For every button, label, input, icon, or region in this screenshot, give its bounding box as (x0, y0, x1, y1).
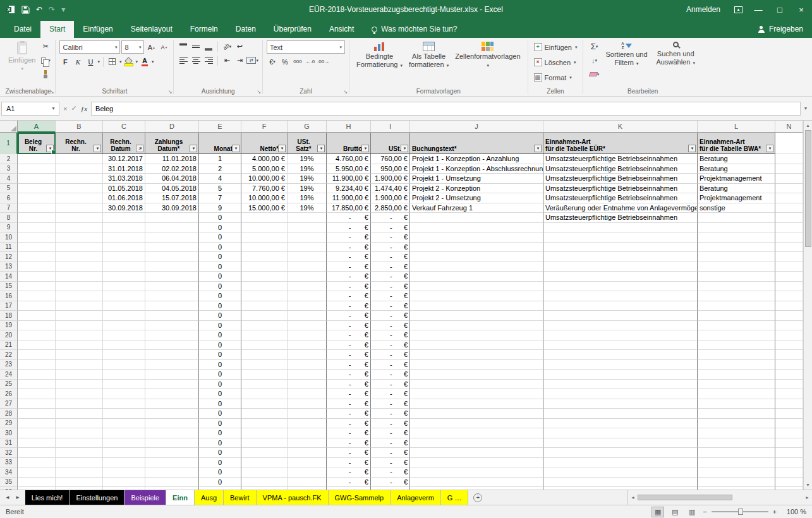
column-header-D[interactable]: D (145, 121, 199, 133)
cell-A29[interactable] (18, 419, 56, 429)
cell-J35[interactable] (410, 478, 543, 488)
cell-C15[interactable] (103, 282, 145, 292)
cell-G21[interactable] (288, 340, 327, 351)
cell-L2[interactable]: Beratung (698, 154, 775, 164)
column-header-A[interactable]: A (18, 121, 56, 133)
cell-F15[interactable] (241, 282, 288, 292)
cell-G12[interactable] (288, 252, 327, 262)
cell-H9[interactable]: - € (327, 223, 371, 233)
cell-D29[interactable] (145, 419, 199, 429)
cell-D18[interactable] (145, 311, 199, 321)
cell-G29[interactable] (288, 419, 327, 429)
cell-K1[interactable]: Einnahmen-Artfür die Tabelle EÜR*▾ (543, 133, 698, 154)
cell-L27[interactable] (698, 399, 775, 409)
cell-C6[interactable]: 01.06.2018 (103, 193, 145, 203)
cell-A25[interactable] (18, 380, 56, 390)
cell-K35[interactable] (543, 478, 698, 488)
vertical-scrollbar-thumb[interactable] (805, 130, 811, 247)
zoom-in-icon[interactable]: + (773, 508, 777, 515)
close-button[interactable]: × (791, 0, 812, 19)
cell-A1[interactable]: BelegNr.▾ (18, 133, 56, 154)
filter-button-J[interactable]: ▾ (534, 145, 542, 152)
cell-E26[interactable]: 0 (199, 389, 241, 399)
cell-E24[interactable]: 0 (199, 370, 241, 380)
column-header-C[interactable]: C (103, 121, 145, 133)
cell-I16[interactable]: - € (371, 291, 410, 301)
cell-A9[interactable] (18, 223, 56, 233)
cell-E16[interactable]: 0 (199, 291, 241, 301)
row-header-29[interactable]: 29 (0, 419, 18, 429)
cell-K3[interactable]: Umsatzsteuerpflichtige Betriebseinnahmen (543, 164, 698, 174)
cell-K13[interactable] (543, 262, 698, 272)
cell-L13[interactable] (698, 262, 775, 272)
cell-C24[interactable] (103, 370, 145, 380)
cell-L34[interactable] (698, 467, 775, 478)
cell-G8[interactable] (288, 213, 327, 223)
cell-G6[interactable]: 19% (288, 193, 327, 203)
cell-L4[interactable]: Projektmanagement (698, 174, 775, 184)
cell-N25[interactable] (775, 380, 803, 390)
cell-F4[interactable]: 10.000,00 € (241, 174, 288, 184)
cell-B21[interactable] (56, 340, 103, 351)
cell-G26[interactable] (288, 389, 327, 399)
column-header-B[interactable]: B (56, 121, 103, 133)
cell-I20[interactable]: - € (371, 330, 410, 340)
cell-B34[interactable] (56, 467, 103, 478)
alignment-dialog-launcher-icon[interactable]: ↘ (257, 89, 261, 95)
column-header-N[interactable]: N (775, 121, 803, 133)
cell-J2[interactable]: Projekt 1 - Konzeption - Anzahlung (410, 154, 543, 164)
cell-K28[interactable] (543, 409, 698, 419)
cell-C21[interactable] (103, 340, 145, 351)
cell-F12[interactable] (241, 252, 288, 262)
cell-L12[interactable] (698, 252, 775, 262)
cell-B16[interactable] (56, 291, 103, 301)
cell-L6[interactable]: Projektmanagement (698, 193, 775, 203)
align-bottom-button[interactable] (203, 40, 214, 52)
cell-F20[interactable] (241, 330, 288, 340)
cell-G13[interactable] (288, 262, 327, 272)
cell-A13[interactable] (18, 262, 56, 272)
cell-H28[interactable]: - € (327, 409, 371, 419)
cell-A26[interactable] (18, 389, 56, 399)
cell-G35[interactable] (288, 478, 327, 488)
sheet-tab-bewirt[interactable]: Bewirt (224, 490, 257, 505)
cell-E17[interactable]: 0 (199, 301, 241, 311)
cell-H1[interactable]: Brutto▾ (327, 133, 371, 154)
cell-I6[interactable]: 1.900,00 € (371, 193, 410, 203)
row-header-27[interactable]: 27 (0, 399, 18, 409)
cell-J34[interactable] (410, 467, 543, 478)
grow-font-button[interactable]: A▴ (145, 41, 157, 53)
cell-N9[interactable] (775, 223, 803, 233)
cell-N11[interactable] (775, 243, 803, 253)
cell-L8[interactable] (698, 213, 775, 223)
cell-J4[interactable]: Projekt 1 - Umsetzung (410, 174, 543, 184)
cell-A16[interactable] (18, 291, 56, 301)
cell-D30[interactable] (145, 428, 199, 438)
vertical-scrollbar[interactable]: ▲ ▼ (803, 121, 812, 490)
cell-D21[interactable] (145, 340, 199, 351)
cell-L28[interactable] (698, 409, 775, 419)
font-name-select[interactable]: Calibri▾ (59, 40, 120, 54)
cell-D15[interactable] (145, 282, 199, 292)
cell-F31[interactable] (241, 438, 288, 449)
row-header-12[interactable]: 12 (0, 252, 18, 262)
cell-B4[interactable] (56, 174, 103, 184)
cell-K24[interactable] (543, 370, 698, 380)
cell-I11[interactable]: - € (371, 243, 410, 253)
cell-K25[interactable] (543, 380, 698, 390)
cell-I21[interactable]: - € (371, 340, 410, 351)
cell-G17[interactable] (288, 301, 327, 311)
cell-B3[interactable] (56, 164, 103, 174)
qat-customize-icon[interactable]: ▾ (61, 5, 65, 14)
cell-E13[interactable]: 0 (199, 262, 241, 272)
cell-L30[interactable] (698, 428, 775, 438)
sheet-tab-lies-mich-[interactable]: Lies mich! (25, 490, 70, 505)
wrap-text-button[interactable]: ↩ (234, 40, 245, 52)
tell-me-box[interactable]: Was möchten Sie tun? (372, 25, 457, 38)
cell-L29[interactable] (698, 419, 775, 429)
cell-F25[interactable] (241, 380, 288, 390)
align-left-button[interactable] (178, 54, 189, 66)
cell-N7[interactable] (775, 203, 803, 214)
increase-indent-button[interactable]: ⇥ (234, 54, 245, 66)
tab-datei[interactable]: Datei (5, 21, 40, 38)
